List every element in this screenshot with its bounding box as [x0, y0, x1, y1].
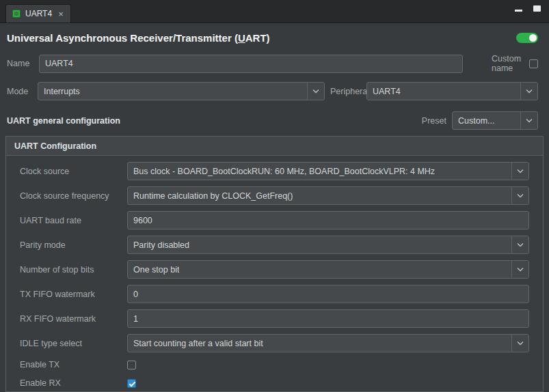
- preset-select[interactable]: Custom...: [452, 111, 538, 130]
- tx-fifo-watermark-input[interactable]: [127, 285, 529, 303]
- chevron-down-icon: [520, 112, 537, 129]
- chevron-down-icon: [511, 236, 528, 253]
- parity-mode-select[interactable]: Parity disabled: [127, 236, 529, 254]
- clock-source-select[interactable]: Bus clock - BOARD_BootClockRUN: 60 MHz, …: [127, 162, 529, 180]
- config-row-enable-rx: Enable RX: [20, 377, 529, 389]
- page-title: Universal Asynchronous Receiver/Transmit…: [7, 32, 270, 44]
- title-row: Universal Asynchronous Receiver/Transmit…: [0, 23, 549, 45]
- uart-config-window: UART4 × Universal Asynchronous Receiver/…: [0, 0, 549, 392]
- preset-group: Preset Custom...: [422, 111, 538, 130]
- general-config-row: UART general configuration Preset Custom…: [0, 111, 549, 130]
- peripheral-select[interactable]: UART4: [366, 82, 538, 100]
- chevron-down-icon: [511, 187, 528, 204]
- uart-settings-panel: Universal Asynchronous Receiver/Transmit…: [0, 23, 549, 392]
- preset-label: Preset: [422, 116, 446, 126]
- config-row-enable-tx: Enable TX: [20, 359, 529, 371]
- general-config-title: UART general configuration: [7, 116, 120, 126]
- config-row-idle-type: IDLE type select Start counting after a …: [20, 334, 529, 352]
- config-row-parity-mode: Parity mode Parity disabled: [20, 236, 529, 254]
- window-controls: [515, 5, 541, 12]
- config-rows: Clock source Bus clock - BOARD_BootClock…: [6, 156, 543, 389]
- peripheral-chip-icon: [12, 10, 21, 18]
- chevron-down-icon: [520, 83, 537, 100]
- config-row-clock-source: Clock source Bus clock - BOARD_BootClock…: [20, 162, 529, 180]
- name-label: Name: [7, 59, 39, 68]
- chevron-down-icon: [307, 83, 324, 100]
- chevron-down-icon: [511, 335, 528, 352]
- chevron-down-icon: [511, 163, 528, 180]
- tab-uart4[interactable]: UART4 ×: [5, 4, 71, 23]
- name-input[interactable]: [39, 55, 463, 73]
- custom-name-checkbox[interactable]: [529, 59, 538, 68]
- stop-bits-select[interactable]: One stop bit: [127, 260, 529, 279]
- uart-baud-rate-input[interactable]: [127, 211, 529, 229]
- config-row-clock-source-frequency: Clock source frequency Runtime calculati…: [20, 186, 529, 205]
- custom-name-label: Custom name: [492, 54, 524, 73]
- peripheral-label: Peripheral: [330, 87, 361, 96]
- config-row-baud-rate: UART baud rate: [20, 211, 529, 229]
- rx-fifo-watermark-input[interactable]: [127, 309, 529, 328]
- name-row: Name Custom name: [0, 54, 549, 73]
- enable-rx-checkbox[interactable]: [127, 379, 136, 388]
- config-row-rx-fifo-watermark: RX FIFO watermark: [20, 309, 529, 328]
- clock-source-frequency-select[interactable]: Runtime calculation by CLOCK_GetFreq(): [127, 186, 529, 205]
- idle-type-select[interactable]: Start counting after a valid start bit: [127, 334, 529, 352]
- uart-configuration-header: UART Configuration: [6, 137, 543, 156]
- tab-label: UART4: [25, 9, 52, 18]
- toggle-knob: [529, 34, 537, 42]
- tab-close-icon[interactable]: ×: [58, 10, 64, 18]
- enable-tx-checkbox[interactable]: [127, 361, 136, 369]
- uart-enable-toggle[interactable]: [516, 33, 538, 43]
- mode-label: Mode: [7, 87, 38, 96]
- mode-select[interactable]: Interrupts: [38, 82, 325, 100]
- minimize-icon[interactable]: [515, 10, 522, 12]
- mode-row: Mode Interrupts Peripheral UART4: [0, 82, 549, 100]
- uart-configuration-box: UART Configuration Clock source Bus cloc…: [5, 136, 544, 392]
- maximize-icon[interactable]: [533, 5, 541, 12]
- config-row-stop-bits: Number of stop bits One stop bit: [20, 260, 529, 279]
- chevron-down-icon: [511, 261, 528, 278]
- tab-bar: UART4 ×: [0, 0, 549, 23]
- custom-name-group: Custom name: [492, 54, 538, 73]
- config-row-tx-fifo-watermark: TX FIFO watermark: [20, 285, 529, 303]
